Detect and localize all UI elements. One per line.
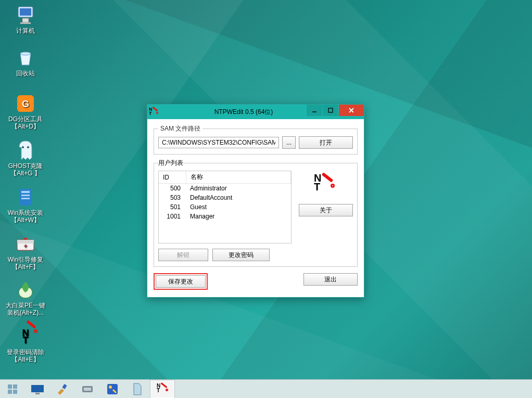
win-install-icon (15, 186, 36, 208)
taskbar-item-ntpwedit[interactable]: NT (150, 380, 175, 399)
desktop-icon-recycle[interactable]: 回收站 (5, 47, 46, 77)
browse-button[interactable]: ... (282, 136, 296, 149)
col-id[interactable]: ID (159, 171, 186, 184)
save-changes-button[interactable]: 保存更改 (156, 275, 206, 288)
cabbage-icon (15, 279, 36, 301)
svg-rect-30 (84, 388, 91, 391)
titlebar[interactable]: NT NTPWEdit 0.5 (64位) (147, 105, 364, 119)
svg-rect-18 (328, 108, 333, 112)
taskbar-item-4[interactable] (100, 380, 125, 399)
partition-tool-icon: G (15, 93, 36, 114)
ntpw-logo-icon: N T (314, 174, 338, 195)
windows-logo-icon (7, 384, 18, 394)
chip-icon (80, 384, 95, 394)
about-button[interactable]: 关于 (299, 204, 353, 216)
close-button[interactable] (339, 105, 364, 116)
desktop-icon-label: 登录密码清除 【Alt+E】 (5, 349, 46, 363)
svg-point-4 (20, 52, 31, 55)
minimize-button[interactable] (307, 105, 322, 116)
svg-rect-2 (22, 18, 29, 22)
svg-rect-1 (20, 8, 31, 16)
svg-rect-28 (62, 384, 67, 389)
desktop-icon-label: 回收站 (5, 70, 46, 77)
save-highlight: 保存更改 (154, 273, 208, 290)
taskbar-item-2[interactable] (50, 380, 75, 399)
unlock-button: 解锁 (158, 249, 208, 261)
boot-repair-icon: + (15, 233, 36, 255)
brush-icon (56, 382, 69, 396)
svg-point-8 (27, 146, 29, 148)
desktop-icon-label: 计算机 (5, 27, 46, 34)
maximize-button[interactable] (323, 105, 338, 116)
desktop-icon-pwclear[interactable]: N T 登录密码清除 【Alt+E】 (5, 326, 46, 363)
user-name: Administrator (186, 184, 291, 194)
desktop-icon-label: Win系统安装 【Alt+W】 (5, 209, 46, 224)
tools-icon (106, 382, 119, 396)
desktop-icon-computer[interactable]: 计算机 (5, 4, 46, 34)
table-row[interactable]: 1001Manager (159, 212, 291, 221)
display-icon (30, 383, 45, 395)
user-list-group: 用户列表 ID 名称 500Administrator503DefaultAcc… (154, 159, 358, 267)
svg-rect-3 (20, 22, 31, 24)
computer-icon (15, 4, 36, 26)
app-icon: NT (147, 107, 160, 117)
svg-text:G: G (22, 99, 29, 109)
svg-rect-23 (8, 390, 12, 394)
svg-rect-11 (21, 195, 30, 196)
ntpwedit-window: NT NTPWEdit 0.5 (64位) SAM 文件路径 ... 打开 用户… (147, 104, 364, 298)
recycle-bin-icon (15, 47, 36, 69)
desktop-icon-label: 大白菜PE一键 装机(Alt+Z)... (5, 302, 46, 316)
desktop-icon-label: DG分区工具 【Alt+D】 (5, 115, 46, 130)
user-name: DefaultAccount (186, 193, 291, 202)
desktop-icon-ghost[interactable]: GHOST克隆 【Alt+G 】 (5, 139, 46, 177)
col-name[interactable]: 名称 (186, 171, 291, 184)
user-id: 503 (159, 193, 186, 202)
desktop-icon-wininstall[interactable]: Win系统安装 【Alt+W】 (5, 186, 46, 224)
svg-point-7 (22, 146, 24, 148)
svg-rect-10 (21, 191, 30, 193)
desktop-icon-label: Win引导修复 【Alt+F】 (5, 256, 46, 271)
desktop-icon-dbc[interactable]: 大白菜PE一键 装机(Alt+Z)... (5, 279, 46, 316)
taskbar-item-5[interactable] (125, 380, 150, 399)
user-name: Guest (186, 202, 291, 212)
svg-rect-24 (13, 390, 17, 394)
start-button[interactable] (0, 380, 25, 399)
svg-rect-27 (35, 393, 40, 394)
user-id: 500 (159, 184, 186, 194)
user-list-legend: 用户列表 (158, 159, 183, 168)
user-id: 1001 (159, 212, 186, 221)
user-name: Manager (186, 212, 291, 221)
taskbar: NT (0, 379, 532, 398)
svg-rect-25 (31, 385, 44, 392)
ghost-icon (15, 139, 36, 161)
user-id: 501 (159, 202, 186, 212)
table-row[interactable]: 500Administrator (159, 184, 291, 194)
desktop-icon-bootfix[interactable]: + Win引导修复 【Alt+F】 (5, 233, 46, 271)
svg-rect-21 (8, 384, 12, 389)
sam-path-input[interactable] (158, 137, 279, 148)
taskbar-item-1[interactable] (25, 380, 50, 399)
document-icon (132, 382, 143, 396)
open-button[interactable]: 打开 (299, 136, 353, 149)
taskbar-item-3[interactable] (75, 380, 100, 399)
sam-path-group: SAM 文件路径 ... 打开 (154, 124, 358, 155)
ntpw-key-icon: NT (157, 383, 168, 395)
desktop-icon-label: GHOST克隆 【Alt+G 】 (5, 162, 46, 177)
user-table[interactable]: ID 名称 500Administrator503DefaultAccount5… (158, 171, 292, 243)
table-row[interactable]: 503DefaultAccount (159, 193, 291, 202)
svg-point-32 (109, 386, 112, 389)
table-row[interactable]: 501Guest (159, 202, 291, 212)
svg-text:+: + (23, 242, 27, 250)
exit-button[interactable]: 退出 (303, 273, 358, 286)
desktop-icon-dg[interactable]: G DG分区工具 【Alt+D】 (5, 93, 46, 130)
change-password-button[interactable]: 更改密码 (212, 249, 270, 261)
svg-rect-12 (21, 198, 30, 199)
sam-path-legend: SAM 文件路径 (158, 124, 202, 133)
svg-rect-22 (13, 384, 17, 389)
ntpw-key-icon: N T (15, 326, 36, 348)
